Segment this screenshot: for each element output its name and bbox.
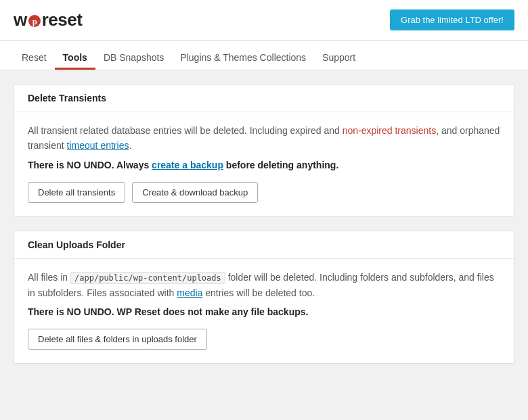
media-link[interactable]: media (177, 287, 202, 298)
clean-uploads-warning: There is NO UNDO. WP Reset does not make… (28, 304, 500, 319)
delete-transients-actions: Delete all transients Create & download … (28, 182, 500, 203)
main-nav: Reset Tools DB Snapshots Plugins & Theme… (0, 41, 528, 70)
non-expired-text: non-expired transients (343, 125, 437, 136)
nav-item-support[interactable]: Support (314, 41, 364, 70)
main-content: Delete Transients All transient related … (0, 70, 528, 391)
clean-uploads-body: All files in /app/public/wp-content/uplo… (14, 259, 514, 363)
logo-text: w p reset (14, 9, 82, 30)
delete-files-folders-button[interactable]: Delete all files & folders in uploads fo… (28, 329, 207, 350)
delete-transients-card: Delete Transients All transient related … (14, 84, 514, 217)
delete-all-transients-button[interactable]: Delete all transients (28, 182, 125, 203)
nav-item-db-snapshots[interactable]: DB Snapshots (95, 41, 173, 70)
delete-transients-desc: All transient related database entries w… (28, 123, 500, 154)
timeout-entries-link[interactable]: timeout entries (67, 140, 129, 151)
clean-uploads-desc: All files in /app/public/wp-content/uplo… (28, 270, 500, 300)
delete-transients-warning: There is NO UNDO. Always create a backup… (28, 158, 500, 172)
header: w p reset Grab the limited LTD offer! (0, 0, 528, 41)
clean-uploads-actions: Delete all files & folders in uploads fo… (28, 329, 500, 350)
uploads-path: /app/public/wp-content/uploads (70, 272, 225, 284)
logo-icon: p (28, 14, 41, 28)
nav-item-tools[interactable]: Tools (55, 41, 95, 70)
create-download-backup-button[interactable]: Create & download backup (132, 182, 258, 203)
nav-item-reset[interactable]: Reset (14, 41, 55, 70)
clean-uploads-card: Clean Uploads Folder All files in /app/p… (14, 231, 514, 364)
clean-uploads-header: Clean Uploads Folder (14, 231, 514, 259)
grab-ltd-button[interactable]: Grab the limited LTD offer! (390, 9, 514, 30)
nav-item-plugins-themes[interactable]: Plugins & Themes Collections (172, 41, 314, 70)
delete-transients-body: All transient related database entries w… (14, 112, 514, 216)
logo: w p reset (14, 9, 82, 30)
delete-transients-header: Delete Transients (14, 85, 514, 112)
create-backup-link[interactable]: create a backup (152, 160, 223, 170)
svg-text:p: p (32, 16, 37, 26)
